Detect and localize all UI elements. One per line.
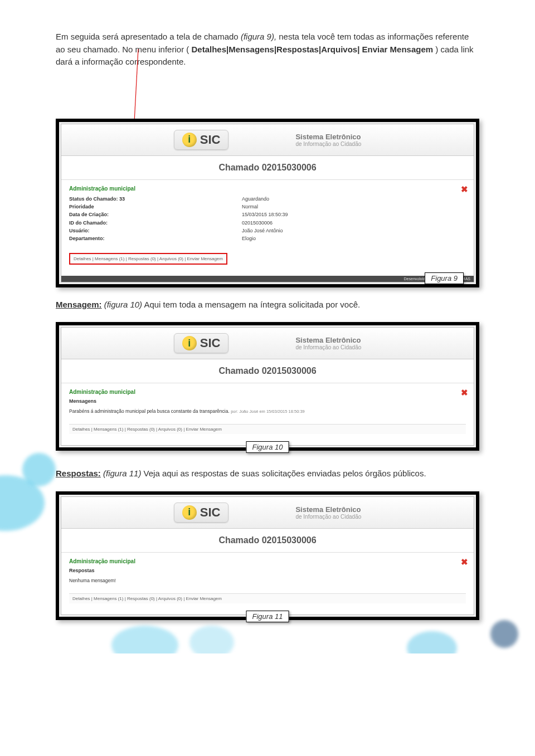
text: (figura 9),	[241, 32, 276, 41]
respostas-paragraph: Respostas: (figura 11) Veja aqui as resp…	[56, 467, 479, 480]
text: (figura 10)	[104, 300, 142, 309]
figure-caption: Figura 9	[425, 272, 464, 284]
close-icon[interactable]: ✖	[461, 184, 468, 194]
footer: Desenvolvido por PLUGIN SISTEMAS	[61, 276, 474, 282]
app-header: i SIC Sistema Eletrônico de Informação a…	[61, 124, 474, 156]
intro-paragraph: Em seguida será apresentado a tela de ch…	[56, 31, 479, 69]
sic-logo: i SIC	[174, 130, 229, 150]
field-label: Data de Criação:	[69, 211, 242, 218]
text: de Informação ao Cidadão	[295, 141, 361, 147]
subsection-heading: Mensagens	[69, 398, 466, 404]
field-value: 02015030006	[242, 219, 273, 227]
info-icon: i	[182, 133, 197, 147]
text: Em seguida será apresentado a tela de ch…	[56, 32, 241, 41]
field-value: João José Antônio	[242, 227, 283, 235]
bg-blob	[490, 620, 518, 648]
ticket-title: Chamado 02015030006	[61, 359, 474, 383]
tab-bar[interactable]: Detalhes | Mensagens (1) | Respostas (0)…	[69, 424, 466, 434]
message-row: Parabéns á administração municipal pela …	[69, 408, 466, 414]
field-label: Prioridade	[69, 203, 242, 211]
message-text: Parabéns á administração municipal pela …	[69, 408, 230, 414]
field-label: Departamento:	[69, 235, 242, 242]
close-icon[interactable]: ✖	[461, 557, 468, 567]
field-label: ID do Chamado:	[69, 219, 242, 227]
sic-logo: i SIC	[174, 333, 229, 353]
message-meta: por: João José em 15/03/2015 18:50:39	[231, 409, 305, 414]
brand-text: SIC	[200, 505, 221, 520]
info-icon: i	[182, 336, 197, 350]
text: Aqui tem toda a mensagem na íntegra soli…	[144, 300, 360, 309]
close-icon[interactable]: ✖	[461, 388, 468, 398]
system-title: Sistema Eletrônico de Informação ao Cida…	[295, 133, 361, 147]
system-title: Sistema Eletrônico de Informação ao Cida…	[295, 505, 361, 520]
field-value: 15/03/2015 18:50:39	[242, 211, 288, 218]
tab-bar[interactable]: Detalhes | Mensagens (1) | Respostas (0)…	[69, 593, 466, 603]
text: de Informação ao Cidadão	[295, 344, 361, 350]
text: Respostas:	[56, 469, 101, 478]
tab-bar[interactable]: Detalhes | Mensagens (1) | Respostas (0)…	[69, 253, 227, 265]
bg-blob	[407, 631, 457, 653]
field-value: Elogio	[242, 235, 256, 242]
bg-blob	[111, 626, 178, 653]
text: (figura 11)	[103, 469, 141, 478]
text: Sistema Eletrônico	[295, 336, 361, 344]
system-title: Sistema Eletrônico de Informação ao Cida…	[295, 336, 361, 350]
text: de Informação ao Cidadão	[295, 514, 361, 520]
bg-blob	[22, 453, 56, 486]
figure-9-screenshot: i SIC Sistema Eletrônico de Informação a…	[56, 119, 479, 287]
info-icon: i	[182, 505, 197, 520]
text: Veja aqui as respostas de suas solicitaç…	[144, 469, 426, 478]
section-heading: Administração municipal	[69, 389, 466, 395]
sic-logo: i SIC	[174, 503, 229, 523]
figure-11-screenshot: i SIC Sistema Eletrônico de Informação a…	[56, 491, 479, 620]
brand-text: SIC	[200, 133, 221, 147]
brand-text: SIC	[200, 336, 221, 350]
figure-10-screenshot: i SIC Sistema Eletrônico de Informação a…	[56, 322, 479, 451]
text: Sistema Eletrônico	[295, 133, 361, 141]
text: Sistema Eletrônico	[295, 505, 361, 514]
text: Mensagem:	[56, 300, 102, 309]
bg-blob	[0, 475, 45, 531]
figure-caption: Figura 11	[246, 611, 289, 622]
field-label: Status do Chamado: 33	[69, 195, 242, 203]
figure-caption: Figura 10	[246, 441, 289, 453]
message-row: Nenhuma mensagem!	[69, 578, 466, 583]
field-label: Usuário:	[69, 227, 242, 235]
mensagem-paragraph: Mensagem: (figura 10) Aqui tem toda a me…	[56, 299, 479, 311]
bg-blob	[189, 626, 234, 653]
text: Detalhes|Mensagens|Respostas|Arquivos| E…	[191, 45, 433, 54]
section-heading: Administração municipal	[69, 558, 466, 564]
section-heading: Administração municipal	[69, 186, 466, 192]
app-header: i SIC Sistema Eletrônico de Informação a…	[61, 497, 474, 529]
field-value: Aguardando	[242, 195, 269, 203]
ticket-title: Chamado 02015030006	[61, 529, 474, 553]
subsection-heading: Respostas	[69, 568, 466, 573]
app-header: i SIC Sistema Eletrônico de Informação a…	[61, 328, 474, 359]
field-value: Normal	[242, 203, 258, 211]
ticket-title: Chamado 02015030006	[61, 156, 474, 180]
